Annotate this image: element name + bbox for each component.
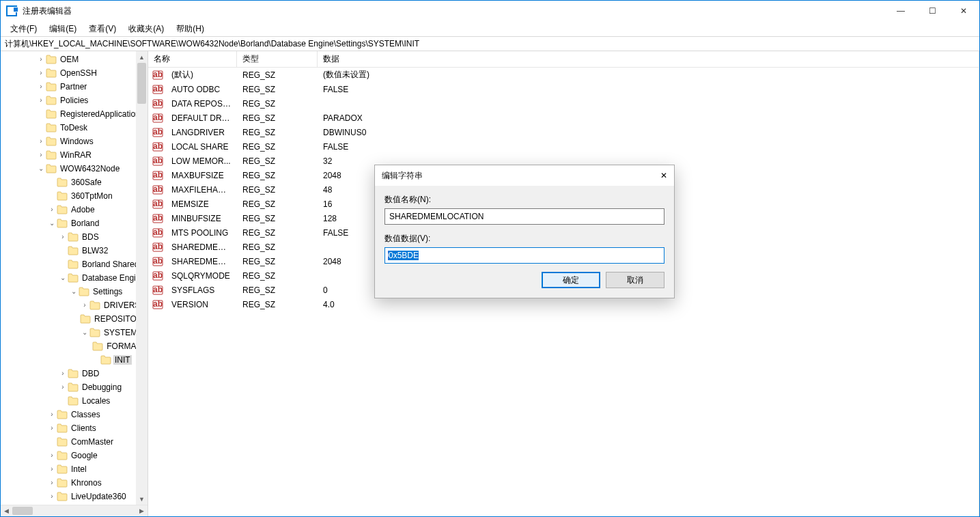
tree-item[interactable]: 360Safe: [1, 176, 148, 189]
tree-horizontal-scrollbar[interactable]: ◀ ▶: [1, 505, 148, 516]
minimize-button[interactable]: —: [885, 1, 916, 21]
menu-file[interactable]: 文件(F): [5, 22, 42, 36]
tree-item[interactable]: ⌄SYSTEM: [1, 326, 148, 339]
string-value-icon: ab: [152, 98, 163, 109]
tree-item[interactable]: ⌄Borland: [1, 216, 148, 230]
scroll-left-icon[interactable]: ◀: [1, 505, 12, 517]
tree-item[interactable]: FORMATS: [1, 339, 148, 353]
tree-item[interactable]: Locales: [1, 394, 148, 408]
scroll-right-icon[interactable]: ▶: [136, 505, 148, 517]
expand-icon[interactable]: ›: [36, 83, 46, 90]
expand-icon[interactable]: ›: [47, 411, 57, 418]
collapse-icon[interactable]: ⌄: [80, 329, 89, 336]
tree-item[interactable]: ›Classes: [1, 408, 148, 421]
column-header-type[interactable]: 类型: [237, 51, 318, 67]
value-name-label: 数值名称(N):: [384, 194, 664, 206]
string-value-icon: ab: [152, 285, 163, 296]
tree-item[interactable]: REPOSITORIES: [1, 312, 148, 326]
tree-item[interactable]: ›BDS: [1, 230, 148, 244]
expand-icon[interactable]: ›: [36, 70, 46, 76]
hscroll-thumb[interactable]: [12, 507, 33, 515]
menu-help[interactable]: 帮助(H): [171, 22, 210, 36]
tree-item[interactable]: ⌄Settings: [1, 285, 148, 298]
string-value-icon: ab: [152, 256, 163, 267]
expand-icon[interactable]: ›: [80, 302, 89, 309]
expand-icon[interactable]: ›: [47, 425, 57, 432]
tree-item[interactable]: ›Debugging: [1, 380, 148, 394]
list-row[interactable]: ab(默认)REG_SZ(数值未设置): [148, 68, 979, 82]
tree-item[interactable]: ›Windows: [1, 135, 148, 148]
tree-item[interactable]: ComMaster: [1, 435, 148, 449]
tree-item[interactable]: ›DRIVERS: [1, 298, 148, 312]
menu-favorites[interactable]: 收藏夹(A): [123, 22, 169, 36]
expand-icon[interactable]: ›: [47, 479, 57, 486]
tree-item[interactable]: Borland Shared: [1, 257, 148, 271]
tree-item[interactable]: ›LiveUpdate360: [1, 490, 148, 503]
cancel-button[interactable]: 取消: [606, 272, 664, 288]
collapse-icon[interactable]: ⌄: [47, 220, 57, 227]
tree-item[interactable]: ›DBD: [1, 367, 148, 380]
expand-icon[interactable]: ›: [47, 206, 57, 213]
scroll-down-icon[interactable]: ▼: [136, 493, 148, 505]
tree-item[interactable]: ⌄WOW6432Node: [1, 162, 148, 176]
tree-item[interactable]: BLW32: [1, 244, 148, 257]
expand-icon[interactable]: ›: [58, 370, 68, 377]
expand-icon[interactable]: ›: [36, 138, 46, 145]
list-row[interactable]: abLOCAL SHAREREG_SZFALSE: [148, 139, 979, 154]
string-value-icon: ab: [152, 242, 163, 253]
expand-icon[interactable]: ›: [58, 234, 68, 240]
expand-icon[interactable]: ›: [47, 466, 57, 473]
expand-icon[interactable]: ›: [47, 493, 57, 500]
collapse-icon[interactable]: ⌄: [69, 288, 79, 295]
list-row[interactable]: abAUTO ODBCREG_SZFALSE: [148, 82, 979, 96]
tree-item[interactable]: ›WinRAR: [1, 148, 148, 162]
value-type-cell: REG_SZ: [237, 156, 318, 166]
close-button[interactable]: ✕: [948, 1, 979, 21]
scroll-up-icon[interactable]: ▲: [136, 51, 148, 63]
expand-icon[interactable]: ›: [58, 384, 68, 391]
tree-item-label: BLW32: [81, 246, 109, 255]
list-row[interactable]: abDATA REPOSIT...REG_SZ: [148, 96, 979, 111]
dialog-close-button[interactable]: ✕: [654, 165, 674, 186]
tree-item[interactable]: ›Intel: [1, 462, 148, 476]
tree-item[interactable]: ›Policies: [1, 94, 148, 107]
value-name-input[interactable]: [384, 208, 664, 225]
menu-edit[interactable]: 编辑(E): [44, 22, 82, 36]
expand-icon[interactable]: ›: [36, 56, 46, 63]
list-row[interactable]: abVERSIONREG_SZ4.0: [148, 297, 979, 311]
list-row[interactable]: abDEFAULT DRIV...REG_SZPARADOX: [148, 111, 979, 125]
expand-icon[interactable]: ›: [36, 152, 46, 158]
tree-vertical-scrollbar[interactable]: ▲ ▼: [136, 51, 148, 505]
tree-item[interactable]: 360TptMon: [1, 189, 148, 203]
ok-button[interactable]: 确定: [542, 272, 600, 288]
menu-view[interactable]: 查看(V): [83, 22, 122, 36]
tree-item[interactable]: ›OpenSSH: [1, 66, 148, 80]
expand-icon[interactable]: ›: [36, 97, 46, 104]
expand-icon[interactable]: ›: [47, 452, 57, 459]
tree-item[interactable]: ›Google: [1, 449, 148, 462]
registry-tree[interactable]: ›OEM›OpenSSH›Partner›PoliciesRegisteredA…: [1, 51, 148, 503]
tree-item[interactable]: ›Khronos: [1, 476, 148, 490]
collapse-icon[interactable]: ⌄: [36, 165, 46, 172]
folder-icon: [79, 287, 89, 296]
tree-item[interactable]: ›OEM: [1, 53, 148, 66]
tree-item[interactable]: ToDesk: [1, 121, 148, 135]
maximize-button[interactable]: ☐: [916, 1, 948, 21]
folder-icon: [68, 260, 79, 269]
tree-item[interactable]: ›Clients: [1, 421, 148, 435]
column-header-data[interactable]: 数据: [318, 51, 979, 67]
tree-item[interactable]: ⌄Database Engine: [1, 271, 148, 285]
tree-item[interactable]: ›Partner: [1, 80, 148, 94]
folder-icon: [89, 301, 100, 310]
tree-item[interactable]: RegisteredApplications: [1, 107, 148, 121]
value-data-input[interactable]: [384, 247, 664, 264]
list-row[interactable]: abLANGDRIVERREG_SZDBWINUS0: [148, 125, 979, 139]
tree-item[interactable]: ›Adobe: [1, 203, 148, 216]
dialog-titlebar[interactable]: 编辑字符串 ✕: [375, 165, 674, 186]
tree-item[interactable]: INIT: [1, 353, 148, 367]
vscroll-thumb[interactable]: [137, 63, 146, 104]
address-bar[interactable]: 计算机\HKEY_LOCAL_MACHINE\SOFTWARE\WOW6432N…: [1, 36, 979, 51]
tree-item-label: INIT: [113, 355, 132, 365]
collapse-icon[interactable]: ⌄: [58, 275, 68, 281]
column-header-name[interactable]: 名称: [148, 51, 237, 67]
